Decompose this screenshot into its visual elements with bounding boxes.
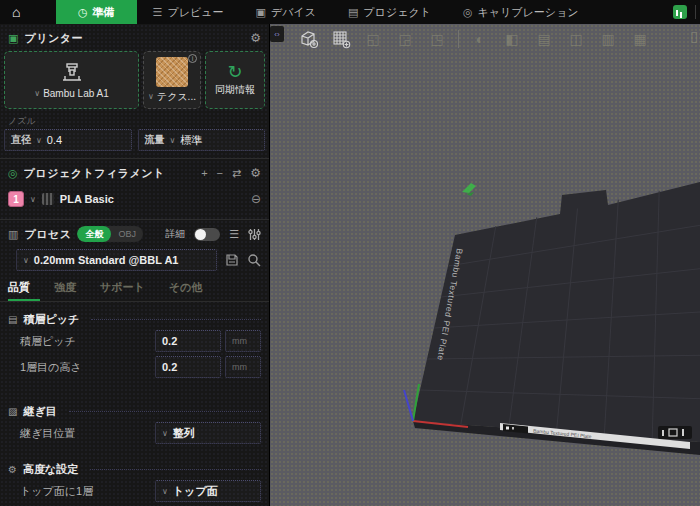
top-one-wall-select[interactable]: ∨ トップ面: [155, 480, 261, 502]
process-tabs: 品質 強度 サポート その他: [0, 278, 269, 302]
document-icon: ▤: [348, 6, 358, 19]
tab-device-label: デバイス: [271, 5, 316, 20]
filament-spool-icon: [42, 193, 54, 205]
process-preset-select[interactable]: ∨ 0.20mm Standard @BBL A1: [16, 249, 217, 271]
chevron-down-icon: ∨: [162, 429, 168, 438]
chevron-down-icon: ∨: [36, 136, 42, 145]
remove-filament-icon[interactable]: −: [217, 167, 223, 179]
build-plate-scene[interactable]: Bambu Textured PEI Plate Bambu Textured …: [270, 24, 700, 506]
top-bar: ⌂ ◷ 準備 ☰ プレビュー ▣ デバイス ▤ プロジェクト ◎ キャリブレーシ…: [0, 0, 700, 24]
status-chart-icon[interactable]: [673, 5, 687, 19]
setting-row-first-layer-height: 1層目の高さ 0.2 mm: [0, 354, 269, 380]
top-one-wall-value: トップ面: [173, 484, 218, 499]
chevron-down-icon: ∨: [23, 256, 29, 265]
seam-group-title: 継ぎ目: [23, 404, 56, 419]
top-one-wall-label: トップ面に1層: [20, 484, 155, 499]
layer-height-unit: mm: [225, 330, 261, 352]
plate-lock-icon[interactable]: [662, 430, 664, 436]
sync-ams-icon[interactable]: ⇄: [232, 167, 241, 180]
process-preset-value: 0.20mm Standard @BBL A1: [34, 254, 179, 266]
tuning-sliders-icon[interactable]: [248, 228, 261, 241]
sync-label-row: 同期情報: [215, 83, 255, 97]
printer-section-icon: ▣: [8, 32, 18, 45]
flow-select[interactable]: 流量 ∨ 標準: [138, 129, 266, 151]
nozzle-section-label: ノズル: [8, 115, 261, 128]
filament-section-icon: ◎: [8, 167, 18, 180]
first-layer-height-input[interactable]: 0.2: [155, 356, 221, 378]
seam-group-header: ▨ 継ぎ目: [0, 402, 269, 420]
strip-badge-mark: [512, 427, 514, 430]
advanced-group-header: ⚙ 高度な設定: [0, 460, 269, 478]
tab-prepare[interactable]: ◷ 準備: [56, 0, 137, 24]
printer-settings-gear-icon[interactable]: ⚙: [250, 31, 261, 45]
tab-others[interactable]: その他: [169, 278, 213, 301]
first-layer-height-label: 1層目の高さ: [20, 360, 155, 375]
layer-height-icon: ▤: [8, 314, 17, 325]
tab-quality[interactable]: 品質: [8, 278, 40, 301]
filament-name: PLA Basic: [60, 193, 114, 205]
seam-position-value: 整列: [173, 426, 195, 441]
setting-row-layer-height: 積層ピッチ 0.2 mm: [0, 328, 269, 354]
layers-icon: ☰: [153, 6, 163, 19]
seam-position-label: 継ぎ目位置: [20, 426, 155, 441]
plate-controls[interactable]: [658, 426, 692, 439]
filament-slot-badge: 1: [8, 191, 24, 207]
tab-preview[interactable]: ☰ プレビュー: [137, 0, 240, 24]
printer-section-title: プリンター: [24, 31, 83, 46]
printer-icon: [59, 62, 85, 86]
search-preset-icon[interactable]: [247, 253, 261, 267]
tab-calibration[interactable]: ◎ キャリブレーション: [447, 0, 595, 24]
plate-name-icon[interactable]: [682, 429, 684, 436]
setting-row-seam-position: 継ぎ目位置 ∨ 整列: [0, 420, 269, 446]
printer-select-card[interactable]: ∨ Bambu Lab A1: [4, 51, 139, 109]
chevron-down-icon: ∨: [148, 92, 154, 101]
y-axis: [404, 390, 413, 421]
tab-calibration-label: キャリブレーション: [478, 5, 579, 20]
diameter-label: 直径: [11, 133, 31, 147]
printer-name-row: ∨ Bambu Lab A1: [34, 88, 108, 99]
chevron-down-icon: ∨: [170, 136, 176, 145]
chevron-down-icon[interactable]: ∨: [30, 195, 36, 204]
sync-info-label: 同期情報: [215, 83, 255, 97]
plate-label-row: ∨ テクス...: [148, 90, 196, 104]
seam-position-select[interactable]: ∨ 整列: [155, 422, 261, 444]
plate-marker-icon[interactable]: [462, 183, 476, 196]
scope-global-pill[interactable]: 全般: [77, 226, 111, 242]
home-button[interactable]: ⌂: [0, 0, 56, 24]
tab-project[interactable]: ▤ プロジェクト: [332, 0, 447, 24]
process-section-header: ▥ プロセス 全般 OBJ 詳細 ☰: [0, 222, 269, 246]
save-preset-icon[interactable]: [225, 253, 239, 267]
clock-icon: ◷: [78, 6, 88, 19]
layer-height-input[interactable]: 0.2: [155, 330, 221, 352]
first-layer-height-unit: mm: [225, 356, 261, 378]
tab-support[interactable]: サポート: [100, 278, 155, 301]
tab-preview-label: プレビュー: [167, 5, 223, 20]
strip-badge-qr: [506, 427, 509, 430]
sync-info-card[interactable]: ↻ 同期情報: [205, 51, 265, 109]
viewport-3d[interactable]: ‹› ◱ ◲ ◳ ◐ ◧ ▤ ◫ ▥: [270, 24, 700, 506]
layer-height-group-title: 積層ピッチ: [23, 312, 79, 327]
sync-icon: ↻: [227, 63, 242, 81]
advanced-settings-icon: ⚙: [8, 464, 17, 475]
info-icon[interactable]: i: [188, 54, 197, 63]
printer-section-header: ▣ プリンター ⚙: [0, 27, 269, 49]
scope-object-pill[interactable]: OBJ: [111, 229, 143, 239]
plate-type-label: テクス...: [157, 90, 196, 104]
nozzle-diameter-select[interactable]: 直径 ∨ 0.4: [4, 129, 132, 151]
filament-section-header: ◎ プロジェクトフィラメント + − ⇄ ⚙: [0, 162, 269, 184]
tab-strength[interactable]: 強度: [54, 278, 86, 301]
filament-settings-gear-icon[interactable]: ⚙: [250, 166, 261, 180]
filament-section-title: プロジェクトフィラメント: [24, 166, 165, 181]
add-filament-icon[interactable]: +: [201, 167, 207, 179]
filament-row[interactable]: 1 ∨ PLA Basic ⊖: [0, 186, 269, 212]
tab-project-label: プロジェクト: [363, 5, 431, 20]
flow-label: 流量: [145, 133, 165, 147]
advanced-toggle[interactable]: [194, 228, 220, 241]
remove-circle-icon[interactable]: ⊖: [251, 192, 261, 206]
tab-device[interactable]: ▣ デバイス: [240, 0, 332, 24]
param-list-icon[interactable]: ☰: [229, 228, 239, 241]
build-plate-surface[interactable]: [413, 182, 700, 442]
process-section-title: プロセス: [24, 227, 71, 242]
scope-switcher[interactable]: 全般 OBJ: [77, 226, 143, 242]
plate-select-card[interactable]: i ∨ テクス...: [143, 51, 201, 109]
